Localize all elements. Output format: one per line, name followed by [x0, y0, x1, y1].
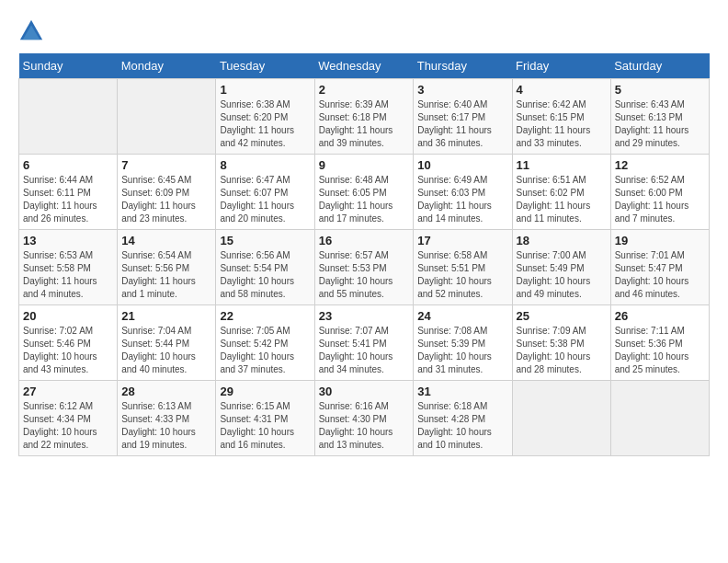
- calendar-week-row: 20Sunrise: 7:02 AM Sunset: 5:46 PM Dayli…: [19, 305, 710, 381]
- calendar-cell: 28Sunrise: 6:13 AM Sunset: 4:33 PM Dayli…: [118, 381, 216, 456]
- day-number: 7: [121, 158, 211, 172]
- day-info: Sunrise: 6:12 AM Sunset: 4:34 PM Dayligh…: [23, 400, 113, 452]
- day-number: 4: [517, 83, 607, 97]
- calendar-cell: 8Sunrise: 6:47 AM Sunset: 6:07 PM Daylig…: [216, 155, 314, 230]
- day-info: Sunrise: 6:18 AM Sunset: 4:28 PM Dayligh…: [417, 400, 507, 452]
- day-info: Sunrise: 6:58 AM Sunset: 5:51 PM Dayligh…: [417, 249, 507, 301]
- day-info: Sunrise: 7:09 AM Sunset: 5:38 PM Dayligh…: [517, 325, 607, 376]
- calendar-cell: 23Sunrise: 7:07 AM Sunset: 5:41 PM Dayli…: [314, 305, 414, 381]
- day-number: 22: [220, 309, 310, 323]
- day-info: Sunrise: 7:07 AM Sunset: 5:41 PM Dayligh…: [319, 325, 410, 376]
- calendar-cell: 15Sunrise: 6:56 AM Sunset: 5:54 PM Dayli…: [216, 230, 314, 305]
- day-number: 18: [517, 234, 607, 247]
- day-info: Sunrise: 6:51 AM Sunset: 6:02 PM Dayligh…: [517, 174, 607, 225]
- day-info: Sunrise: 6:47 AM Sunset: 6:07 PM Dayligh…: [220, 174, 310, 225]
- calendar-cell: [19, 79, 118, 155]
- weekday-header-saturday: Saturday: [610, 53, 709, 79]
- day-number: 10: [417, 158, 507, 172]
- calendar-cell: 20Sunrise: 7:02 AM Sunset: 5:46 PM Dayli…: [19, 305, 118, 381]
- day-info: Sunrise: 6:16 AM Sunset: 4:30 PM Dayligh…: [319, 400, 410, 452]
- day-number: 2: [319, 83, 410, 97]
- calendar-cell: 30Sunrise: 6:16 AM Sunset: 4:30 PM Dayli…: [314, 381, 414, 456]
- calendar-cell: [610, 381, 709, 456]
- calendar-cell: 13Sunrise: 6:53 AM Sunset: 5:58 PM Dayli…: [19, 230, 118, 305]
- weekday-header-friday: Friday: [512, 53, 610, 79]
- calendar-cell: 31Sunrise: 6:18 AM Sunset: 4:28 PM Dayli…: [414, 381, 512, 456]
- day-info: Sunrise: 6:52 AM Sunset: 6:00 PM Dayligh…: [615, 174, 705, 225]
- day-number: 6: [23, 158, 113, 172]
- day-info: Sunrise: 7:00 AM Sunset: 5:49 PM Dayligh…: [517, 249, 607, 301]
- calendar-cell: 25Sunrise: 7:09 AM Sunset: 5:38 PM Dayli…: [512, 305, 610, 381]
- day-info: Sunrise: 7:05 AM Sunset: 5:42 PM Dayligh…: [220, 325, 310, 376]
- day-number: 9: [319, 158, 410, 172]
- calendar-cell: 4Sunrise: 6:42 AM Sunset: 6:15 PM Daylig…: [512, 79, 610, 155]
- calendar-cell: 9Sunrise: 6:48 AM Sunset: 6:05 PM Daylig…: [314, 155, 414, 230]
- day-number: 8: [220, 158, 310, 172]
- day-info: Sunrise: 6:54 AM Sunset: 5:56 PM Dayligh…: [121, 249, 211, 301]
- day-number: 21: [121, 309, 211, 323]
- day-info: Sunrise: 6:40 AM Sunset: 6:17 PM Dayligh…: [417, 98, 507, 150]
- day-number: 17: [417, 234, 507, 247]
- day-number: 15: [220, 234, 310, 247]
- day-info: Sunrise: 6:56 AM Sunset: 5:54 PM Dayligh…: [220, 249, 310, 301]
- day-info: Sunrise: 7:11 AM Sunset: 5:36 PM Dayligh…: [615, 325, 705, 376]
- calendar-cell: [118, 79, 216, 155]
- day-info: Sunrise: 7:04 AM Sunset: 5:44 PM Dayligh…: [121, 325, 211, 376]
- day-number: 24: [417, 309, 507, 323]
- day-number: 29: [220, 385, 310, 398]
- calendar-cell: 2Sunrise: 6:39 AM Sunset: 6:18 PM Daylig…: [314, 79, 414, 155]
- calendar-table: SundayMondayTuesdayWednesdayThursdayFrid…: [18, 53, 710, 456]
- day-info: Sunrise: 6:39 AM Sunset: 6:18 PM Dayligh…: [319, 98, 410, 150]
- day-info: Sunrise: 6:44 AM Sunset: 6:11 PM Dayligh…: [23, 174, 113, 225]
- calendar-cell: 26Sunrise: 7:11 AM Sunset: 5:36 PM Dayli…: [610, 305, 709, 381]
- calendar-cell: 5Sunrise: 6:43 AM Sunset: 6:13 PM Daylig…: [610, 79, 709, 155]
- calendar-week-row: 1Sunrise: 6:38 AM Sunset: 6:20 PM Daylig…: [19, 79, 710, 155]
- weekday-header-row: SundayMondayTuesdayWednesdayThursdayFrid…: [19, 53, 710, 79]
- calendar-cell: 3Sunrise: 6:40 AM Sunset: 6:17 PM Daylig…: [414, 79, 512, 155]
- weekday-header-tuesday: Tuesday: [216, 53, 314, 79]
- day-info: Sunrise: 7:08 AM Sunset: 5:39 PM Dayligh…: [417, 325, 507, 376]
- calendar-cell: 21Sunrise: 7:04 AM Sunset: 5:44 PM Dayli…: [118, 305, 216, 381]
- day-info: Sunrise: 6:45 AM Sunset: 6:09 PM Dayligh…: [121, 174, 211, 225]
- weekday-header-monday: Monday: [118, 53, 216, 79]
- day-number: 14: [121, 234, 211, 247]
- day-info: Sunrise: 7:02 AM Sunset: 5:46 PM Dayligh…: [23, 325, 113, 376]
- day-number: 5: [615, 83, 705, 97]
- day-number: 26: [615, 309, 705, 323]
- day-number: 3: [417, 83, 507, 97]
- calendar-week-row: 6Sunrise: 6:44 AM Sunset: 6:11 PM Daylig…: [19, 155, 710, 230]
- calendar-cell: 29Sunrise: 6:15 AM Sunset: 4:31 PM Dayli…: [216, 381, 314, 456]
- calendar-cell: 14Sunrise: 6:54 AM Sunset: 5:56 PM Dayli…: [118, 230, 216, 305]
- calendar-cell: 6Sunrise: 6:44 AM Sunset: 6:11 PM Daylig…: [19, 155, 118, 230]
- day-number: 19: [615, 234, 705, 247]
- calendar-cell: 19Sunrise: 7:01 AM Sunset: 5:47 PM Dayli…: [610, 230, 709, 305]
- day-number: 20: [23, 309, 113, 323]
- calendar-cell: 17Sunrise: 6:58 AM Sunset: 5:51 PM Dayli…: [414, 230, 512, 305]
- calendar-cell: 18Sunrise: 7:00 AM Sunset: 5:49 PM Dayli…: [512, 230, 610, 305]
- day-info: Sunrise: 7:01 AM Sunset: 5:47 PM Dayligh…: [615, 249, 705, 301]
- calendar-cell: 16Sunrise: 6:57 AM Sunset: 5:53 PM Dayli…: [314, 230, 414, 305]
- calendar-cell: 12Sunrise: 6:52 AM Sunset: 6:00 PM Dayli…: [610, 155, 709, 230]
- day-info: Sunrise: 6:48 AM Sunset: 6:05 PM Dayligh…: [319, 174, 410, 225]
- day-number: 16: [319, 234, 410, 247]
- calendar-cell: 22Sunrise: 7:05 AM Sunset: 5:42 PM Dayli…: [216, 305, 314, 381]
- day-info: Sunrise: 6:38 AM Sunset: 6:20 PM Dayligh…: [220, 98, 310, 150]
- day-number: 1: [220, 83, 310, 97]
- calendar-cell: 7Sunrise: 6:45 AM Sunset: 6:09 PM Daylig…: [118, 155, 216, 230]
- calendar-week-row: 13Sunrise: 6:53 AM Sunset: 5:58 PM Dayli…: [19, 230, 710, 305]
- day-info: Sunrise: 6:49 AM Sunset: 6:03 PM Dayligh…: [417, 174, 507, 225]
- logo-icon: [18, 18, 44, 44]
- logo: [18, 18, 48, 44]
- day-number: 11: [517, 158, 607, 172]
- calendar-cell: 24Sunrise: 7:08 AM Sunset: 5:39 PM Dayli…: [414, 305, 512, 381]
- calendar-cell: [512, 381, 610, 456]
- weekday-header-wednesday: Wednesday: [314, 53, 414, 79]
- day-info: Sunrise: 6:53 AM Sunset: 5:58 PM Dayligh…: [23, 249, 113, 301]
- day-number: 31: [417, 385, 507, 398]
- day-number: 25: [517, 309, 607, 323]
- day-number: 13: [23, 234, 113, 247]
- day-number: 30: [319, 385, 410, 398]
- day-number: 27: [23, 385, 113, 398]
- page-header: [18, 18, 710, 44]
- calendar-cell: 10Sunrise: 6:49 AM Sunset: 6:03 PM Dayli…: [414, 155, 512, 230]
